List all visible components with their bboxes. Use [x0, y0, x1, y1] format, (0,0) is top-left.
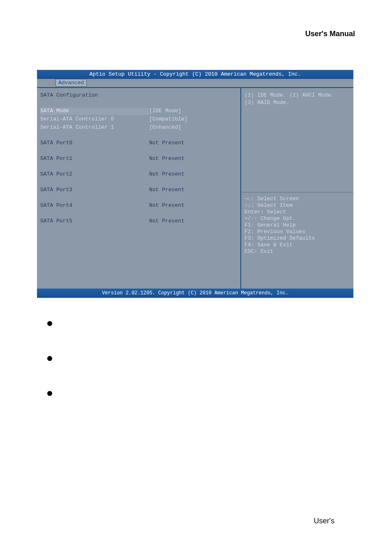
tab-advanced[interactable]: Advanced	[55, 79, 87, 87]
label-port4: SATA Port4	[40, 202, 149, 210]
bios-header: Aptio Setup Utility - Copyright (C) 2010…	[37, 70, 353, 79]
port5-row: SATA Port5 Not Present	[40, 218, 237, 225]
setting-sata-mode[interactable]: SATA Mode [IDE Mode]	[40, 108, 237, 115]
bullet-3	[47, 390, 351, 396]
value-port3: Not Present	[149, 187, 184, 194]
value-ctrl0: [Compatible]	[149, 116, 188, 123]
help-line-1: (1) IDE Mode. (2) AHCI Mode.	[244, 92, 350, 98]
bios-left-panel: SATA Configuration SATA Mode [IDE Mode] …	[37, 88, 240, 289]
setting-sata-ctrl1[interactable]: Serial-ATA Controller 1 [Enhanced]	[40, 124, 237, 132]
bullet-icon	[47, 391, 52, 396]
nav-select-screen: →←: Select Screen	[244, 196, 350, 202]
bios-tab-row: Advanced	[37, 79, 353, 87]
bios-main-area: SATA Configuration SATA Mode [IDE Mode] …	[37, 87, 353, 289]
port3-row: SATA Port3 Not Present	[40, 187, 237, 194]
label-sata-mode: SATA Mode	[40, 108, 149, 115]
value-port4: Not Present	[149, 202, 184, 210]
label-port3: SATA Port3	[40, 187, 149, 194]
port2-row: SATA Port2 Not Present	[40, 171, 237, 178]
bullet-1	[47, 320, 351, 326]
help-divider	[241, 192, 353, 192]
bios-screenshot: Aptio Setup Utility - Copyright (C) 2010…	[37, 70, 353, 298]
page-footer-text: User's	[314, 517, 334, 525]
bullet-list	[47, 320, 351, 425]
bullet-2	[47, 355, 351, 361]
section-title: SATA Configuration	[40, 92, 149, 99]
label-port1: SATA Port1	[40, 155, 149, 163]
port1-row: SATA Port1 Not Present	[40, 155, 237, 163]
page-header-title: User's Manual	[305, 30, 355, 38]
port4-row: SATA Port4 Not Present	[40, 202, 237, 210]
bullet-icon	[47, 356, 52, 361]
nav-enter: Enter: Select	[244, 209, 350, 215]
value-ctrl1: [Enhanced]	[149, 124, 181, 132]
value-port1: Not Present	[149, 155, 184, 163]
nav-change-opt: +/-: Change Opt.	[244, 215, 350, 222]
help-line-2: (3) RAID Mode.	[244, 99, 350, 106]
bios-right-panel: (1) IDE Mode. (2) AHCI Mode. (3) RAID Mo…	[240, 88, 353, 289]
bullet-icon	[47, 321, 52, 326]
nav-f4: F4: Save & Exit	[244, 242, 350, 248]
label-ctrl1: Serial-ATA Controller 1	[40, 124, 149, 132]
nav-f1: F1: General Help	[244, 222, 350, 228]
label-port5: SATA Port5	[40, 218, 149, 225]
nav-esc: ESC: Exit	[244, 248, 350, 254]
value-port2: Not Present	[149, 171, 184, 178]
bios-footer: Version 2.02.1205. Copyright (C) 2010 Am…	[37, 289, 353, 298]
nav-f2: F2: Previous Values	[244, 229, 350, 235]
nav-select-item: ↑↓: Select Item	[244, 202, 350, 208]
value-port0: Not Present	[149, 140, 184, 147]
value-port5: Not Present	[149, 218, 184, 225]
label-ctrl0: Serial-ATA Controller 0	[40, 116, 149, 123]
nav-f3: F3: Optimized Defaults	[244, 235, 350, 241]
label-port0: SATA Port0	[40, 140, 149, 147]
value-sata-mode: [IDE Mode]	[149, 108, 181, 115]
setting-sata-ctrl0[interactable]: Serial-ATA Controller 0 [Compatible]	[40, 116, 237, 123]
label-port2: SATA Port2	[40, 171, 149, 178]
port0-row: SATA Port0 Not Present	[40, 140, 237, 147]
